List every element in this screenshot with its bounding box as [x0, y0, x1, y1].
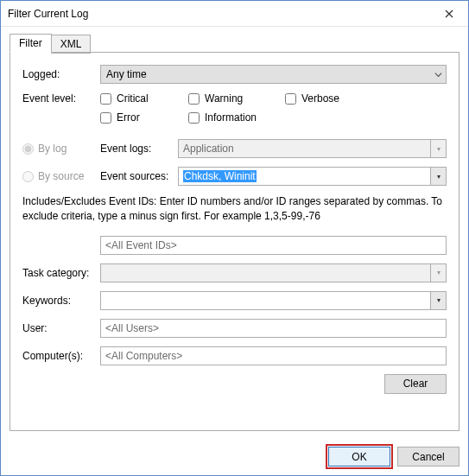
tab-filter[interactable]: Filter	[10, 34, 52, 53]
label-event-sources: Event sources:	[100, 170, 178, 182]
check-information[interactable]: Information	[188, 111, 257, 124]
event-sources-dropdown[interactable]: Chkdsk, Wininit ▾	[178, 167, 447, 186]
user-input[interactable]	[100, 319, 447, 338]
dialog-window: Filter Current Log Filter XML Logged: An…	[0, 0, 469, 476]
dropdown-icon: ▾	[430, 264, 446, 282]
content-area: Filter XML Logged: Any time Event level:…	[1, 27, 468, 440]
event-ids-input[interactable]	[100, 236, 447, 255]
close-button[interactable]	[429, 1, 468, 26]
row-by-source: By source Event sources: Chkdsk, Wininit…	[22, 167, 447, 186]
label-user: User:	[22, 322, 100, 334]
radio-by-source-input	[22, 171, 34, 182]
computers-input[interactable]	[100, 346, 447, 365]
dropdown-icon: ▾	[430, 140, 446, 157]
radio-by-source: By source	[22, 170, 100, 182]
check-warning[interactable]: Warning	[188, 92, 266, 105]
row-by-log: By log Event logs: Application ▾	[22, 139, 447, 158]
event-level-checks: Critical Warning Verbose Error Informati…	[100, 92, 447, 130]
dropdown-icon[interactable]: ▾	[430, 168, 446, 185]
checkbox-verbose[interactable]	[285, 93, 296, 105]
radio-by-log-input	[22, 143, 34, 155]
close-icon	[445, 10, 453, 18]
label-keywords: Keywords:	[22, 295, 100, 307]
event-logs-value: Application	[179, 143, 430, 155]
task-category-dropdown: ▾	[100, 263, 447, 282]
row-event-level: Event level: Critical Warning Verbose Er…	[22, 92, 447, 130]
label-computers: Computer(s):	[22, 350, 100, 362]
titlebar: Filter Current Log	[1, 1, 468, 27]
label-task-category: Task category:	[22, 267, 100, 279]
check-critical[interactable]: Critical	[100, 92, 169, 105]
chevron-down-icon	[430, 66, 446, 83]
label-event-logs: Event logs:	[100, 143, 178, 155]
row-keywords: Keywords: ▾	[22, 291, 447, 310]
event-logs-dropdown: Application ▾	[178, 139, 447, 158]
row-user: User:	[22, 319, 447, 338]
logged-value: Any time	[106, 68, 430, 80]
checkbox-warning[interactable]	[188, 93, 200, 105]
row-computers: Computer(s):	[22, 346, 447, 365]
check-verbose[interactable]: Verbose	[285, 92, 339, 105]
filter-panel: Logged: Any time Event level: Critical W…	[10, 52, 459, 431]
clear-button[interactable]: Clear	[384, 374, 447, 394]
event-ids-description: Includes/Excludes Event IDs: Enter ID nu…	[22, 194, 447, 224]
label-logged: Logged:	[22, 68, 100, 80]
window-title: Filter Current Log	[8, 8, 88, 20]
checkbox-error[interactable]	[100, 112, 111, 124]
label-event-level: Event level:	[22, 92, 100, 105]
dialog-footer: OK Cancel	[1, 440, 468, 475]
cancel-button[interactable]: Cancel	[397, 447, 459, 466]
radio-by-log: By log	[22, 143, 100, 155]
event-sources-value: Chkdsk, Wininit	[179, 170, 430, 182]
keywords-dropdown[interactable]: ▾	[100, 291, 447, 310]
row-event-ids	[22, 236, 447, 255]
dropdown-icon[interactable]: ▾	[430, 292, 446, 309]
ok-button[interactable]: OK	[328, 447, 390, 466]
row-task-category: Task category: ▾	[22, 263, 447, 282]
checkbox-critical[interactable]	[100, 93, 111, 105]
logged-combo[interactable]: Any time	[100, 65, 447, 84]
checkbox-information[interactable]	[188, 112, 200, 124]
check-error[interactable]: Error	[100, 111, 169, 124]
tab-strip: Filter XML	[10, 34, 459, 53]
row-logged: Logged: Any time	[22, 65, 447, 84]
row-clear: Clear	[22, 374, 447, 394]
tab-xml[interactable]: XML	[51, 35, 92, 54]
